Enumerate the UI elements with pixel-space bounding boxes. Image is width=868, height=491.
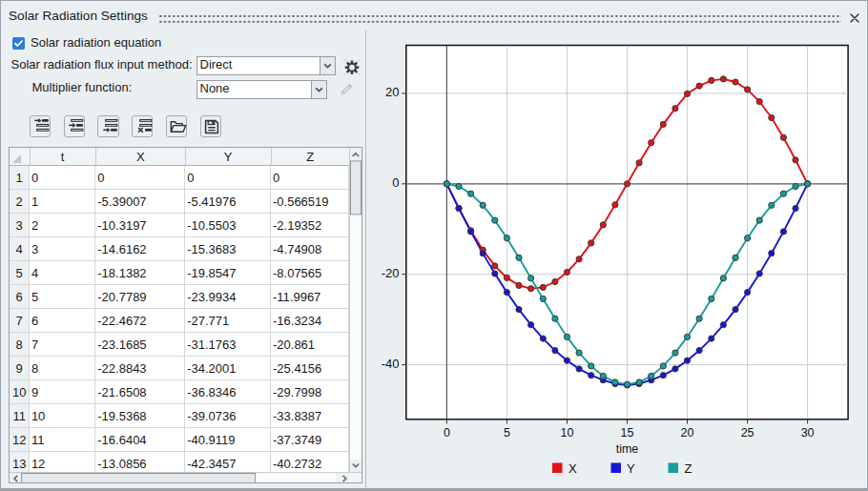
svg-text:Y: Y: [627, 461, 635, 476]
svg-text:time: time: [616, 442, 639, 456]
svg-text:30: 30: [801, 426, 815, 440]
svg-text:25: 25: [741, 426, 754, 440]
svg-text:20: 20: [681, 426, 694, 440]
svg-text:20: 20: [385, 85, 399, 99]
svg-text:15: 15: [621, 426, 634, 440]
svg-text:-40: -40: [382, 357, 400, 371]
svg-text:5: 5: [504, 426, 510, 440]
svg-text:0: 0: [392, 175, 399, 190]
svg-text:Z: Z: [685, 461, 692, 476]
svg-text:-20: -20: [382, 266, 400, 280]
svg-text:0: 0: [444, 426, 450, 440]
svg-text:X: X: [568, 461, 577, 476]
svg-text:10: 10: [561, 426, 574, 440]
